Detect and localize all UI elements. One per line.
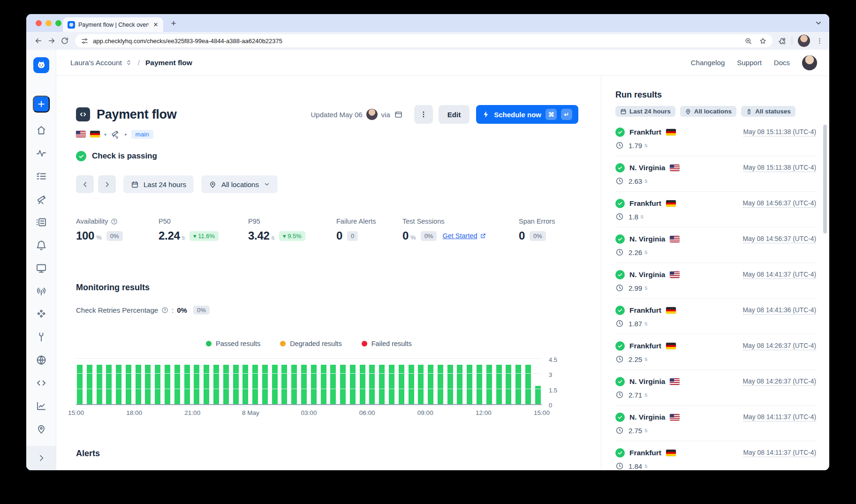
sidebar-item-map-pin[interactable] xyxy=(36,423,47,435)
prev-period-button[interactable] xyxy=(76,175,94,193)
passed-result-bar[interactable] xyxy=(360,365,365,404)
passed-result-bar[interactable] xyxy=(184,365,190,404)
passed-result-bar[interactable] xyxy=(242,365,248,404)
passed-result-bar[interactable] xyxy=(330,365,336,404)
browser-menu-icon[interactable] xyxy=(816,37,824,45)
get-started-link[interactable]: Get Started xyxy=(442,232,486,240)
run-timestamp-link[interactable]: May 08 14:56:37 (UTC-4) xyxy=(743,200,816,208)
passed-result-bar[interactable] xyxy=(486,365,492,404)
account-switcher-chevrons-icon[interactable] xyxy=(125,59,132,66)
nav-support[interactable]: Support xyxy=(737,59,762,67)
sidebar-item-code[interactable] xyxy=(36,377,47,389)
passed-result-bar[interactable] xyxy=(126,365,131,404)
passed-result-bar[interactable] xyxy=(379,365,385,404)
extensions-icon[interactable] xyxy=(778,37,786,45)
passed-result-bar[interactable] xyxy=(350,365,356,404)
passed-result-bar[interactable] xyxy=(409,365,414,404)
user-avatar[interactable] xyxy=(802,55,817,70)
passed-result-bar[interactable] xyxy=(301,365,307,404)
passed-result-bar[interactable] xyxy=(457,365,462,404)
passed-result-bar[interactable] xyxy=(399,365,404,404)
passed-result-bar[interactable] xyxy=(496,365,502,404)
bookmark-star-icon[interactable] xyxy=(759,37,767,45)
passed-result-bar[interactable] xyxy=(506,365,511,404)
locations-filter[interactable]: All locations xyxy=(201,175,278,193)
chart-plot-area[interactable]: 01.534.5 xyxy=(76,360,542,405)
checkly-logo[interactable] xyxy=(33,57,49,73)
minimize-window-button[interactable] xyxy=(45,20,52,26)
passed-result-bar[interactable] xyxy=(291,365,297,404)
help-icon[interactable] xyxy=(161,307,168,314)
tab-search-chevron-icon[interactable] xyxy=(814,19,823,27)
site-settings-icon[interactable] xyxy=(81,37,89,45)
passed-result-bar[interactable] xyxy=(525,365,531,404)
run-timestamp-link[interactable]: May 08 14:41:37 (UTC-4) xyxy=(743,271,816,279)
sidebar-item-globe[interactable] xyxy=(36,354,47,366)
sidebar-item-diamonds[interactable] xyxy=(36,308,47,320)
passed-result-bar[interactable] xyxy=(321,365,326,404)
nav-docs[interactable]: Docs xyxy=(774,59,790,67)
passed-result-bar[interactable] xyxy=(233,365,239,404)
run-timestamp-link[interactable]: May 08 14:26:37 (UTC-4) xyxy=(743,378,816,386)
nav-changelog[interactable]: Changelog xyxy=(691,59,725,67)
run-result-row[interactable]: Frankfurt May 08 14:26:37 (UTC-4) 2.25 s xyxy=(615,334,816,370)
passed-result-bar[interactable] xyxy=(116,365,121,404)
tab-close-icon[interactable]: ✕ xyxy=(152,21,159,29)
sidebar-item-checklist[interactable] xyxy=(36,171,47,182)
passed-result-bar[interactable] xyxy=(252,365,258,404)
run-result-row[interactable]: N. Virginia May 08 14:41:37 (UTC-4) 2.99… xyxy=(615,263,816,299)
account-switcher[interactable]: Laura's Account xyxy=(70,59,122,67)
passed-result-bar[interactable] xyxy=(477,365,482,404)
passed-result-bar[interactable] xyxy=(87,365,92,404)
url-text[interactable]: app.checklyhq.com/checks/ee325f83-99ea-4… xyxy=(93,38,740,45)
passed-result-bar[interactable] xyxy=(438,365,443,404)
sidebar-item-telescope[interactable] xyxy=(36,194,47,205)
expand-sidebar-button[interactable] xyxy=(26,446,56,470)
new-tab-button[interactable]: + xyxy=(167,17,180,30)
passed-result-bar[interactable] xyxy=(369,365,375,404)
run-result-row[interactable]: N. Virginia May 08 14:56:37 (UTC-4) 2.26… xyxy=(615,227,816,263)
run-timestamp-link[interactable]: May 08 15:11:38 (UTC-4) xyxy=(743,128,816,136)
edit-button[interactable]: Edit xyxy=(439,105,470,124)
more-actions-button[interactable] xyxy=(414,105,433,124)
close-window-button[interactable] xyxy=(36,20,42,26)
sidebar-item-antenna[interactable] xyxy=(36,286,47,297)
passed-result-bar[interactable] xyxy=(262,365,268,404)
run-result-row[interactable]: N. Virginia May 08 14:26:37 (UTC-4) 2.71… xyxy=(615,370,816,406)
run-timestamp-link[interactable]: May 08 14:41:36 (UTC-4) xyxy=(743,307,816,315)
passed-result-bar[interactable] xyxy=(97,365,102,404)
passed-result-bar[interactable] xyxy=(428,365,433,404)
passed-result-bar[interactable] xyxy=(272,365,278,404)
passed-result-bar[interactable] xyxy=(340,365,346,404)
passed-result-bar[interactable] xyxy=(145,365,151,404)
passed-result-bar[interactable] xyxy=(418,365,424,404)
run-timestamp-link[interactable]: May 08 14:11:37 (UTC-4) xyxy=(743,414,816,421)
runs-statuses-chip[interactable]: All statuses xyxy=(741,106,795,117)
sidebar-item-bell[interactable] xyxy=(36,240,47,251)
run-result-row[interactable]: N. Virginia May 08 14:11:37 (UTC-4) 2.75… xyxy=(615,406,816,441)
sidebar-item-activity[interactable] xyxy=(36,148,47,159)
passed-result-bar[interactable] xyxy=(77,365,83,404)
run-result-row[interactable]: Frankfurt May 08 14:56:37 (UTC-4) 1.8 s xyxy=(615,192,816,227)
passed-result-bar[interactable] xyxy=(213,365,219,404)
run-timestamp-link[interactable]: May 08 14:26:37 (UTC-4) xyxy=(743,342,816,350)
passed-result-bar[interactable] xyxy=(155,365,160,404)
passed-result-bar[interactable] xyxy=(281,365,287,404)
passed-result-bar[interactable] xyxy=(467,365,472,404)
passed-result-bar[interactable] xyxy=(106,365,112,404)
passed-result-bar[interactable] xyxy=(515,365,521,404)
passed-result-bar[interactable] xyxy=(447,365,453,404)
schedule-now-button[interactable]: Schedule now ⌘ ↵ xyxy=(476,105,578,124)
run-result-row[interactable]: N. Virginia May 08 15:11:38 (UTC-4) 2.63… xyxy=(615,156,816,192)
address-bar[interactable]: app.checklyhq.com/checks/ee325f83-99ea-4… xyxy=(75,34,773,47)
run-timestamp-link[interactable]: May 08 14:11:37 (UTC-4) xyxy=(743,449,816,457)
passed-result-bar[interactable] xyxy=(389,365,394,404)
passed-result-bar[interactable] xyxy=(165,365,170,404)
runs-locations-chip[interactable]: All locations xyxy=(680,106,736,117)
browser-profile-avatar[interactable] xyxy=(798,35,810,47)
passed-result-bar[interactable] xyxy=(204,365,209,404)
back-icon[interactable] xyxy=(32,34,45,47)
create-new-button[interactable] xyxy=(33,96,50,113)
run-timestamp-link[interactable]: May 08 14:56:37 (UTC-4) xyxy=(743,235,816,243)
sidebar-item-home[interactable] xyxy=(36,125,47,136)
